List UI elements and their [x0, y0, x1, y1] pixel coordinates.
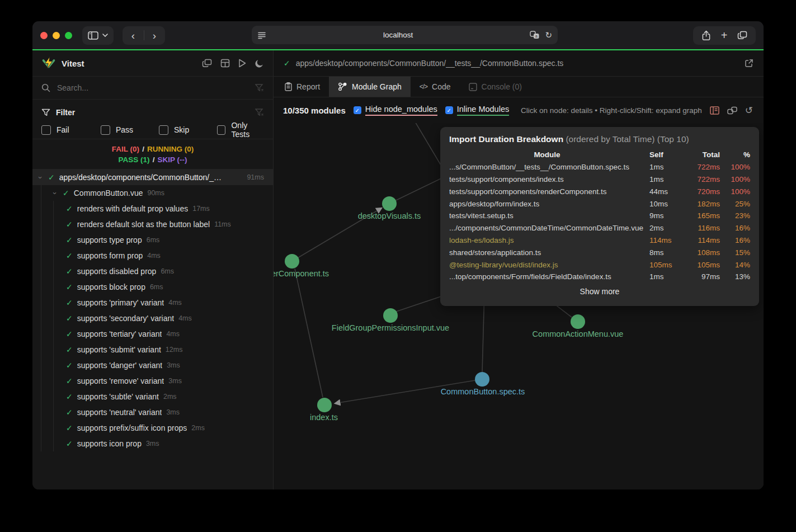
- share-icon[interactable]: [701, 30, 711, 41]
- module-name: ...s/CommonButton/__tests__/CommonButton…: [449, 163, 645, 171]
- tab-code[interactable]: </> Code: [411, 77, 460, 97]
- pass-check-icon: ✓: [66, 267, 73, 276]
- tab-label: Module Graph: [352, 82, 402, 91]
- self-time: 1ms: [649, 163, 680, 171]
- show-more-button[interactable]: Show more: [449, 287, 750, 296]
- address-bar[interactable]: localhost a ↻: [252, 26, 558, 44]
- chevron-down-icon[interactable]: ›: [36, 174, 45, 181]
- import-duration-row[interactable]: lodash-es/lodash.js 114ms 114ms 16%: [449, 234, 750, 247]
- clear-search-filter-icon[interactable]: [255, 84, 264, 92]
- import-duration-row[interactable]: tests/support/components/index.ts 1ms 72…: [449, 173, 750, 186]
- test-case-row[interactable]: ✓ supports form prop 4ms: [32, 248, 273, 263]
- test-case-row[interactable]: ✓ supports block prop 6ms: [32, 279, 273, 295]
- dashboard-icon[interactable]: [220, 59, 230, 68]
- test-case-row[interactable]: ✓ renders with default prop values 17ms: [32, 201, 273, 216]
- chevron-down-icon[interactable]: ›: [51, 190, 59, 196]
- test-case-name: renders with default prop values: [77, 204, 188, 213]
- graph-node[interactable]: [383, 308, 398, 323]
- test-case-row[interactable]: ✓ supports prefix/suffix icon props 2ms: [32, 420, 273, 436]
- test-case-name: supports prefix/suffix icon props: [77, 423, 187, 432]
- filter-label: Filter: [56, 108, 75, 117]
- search-input[interactable]: [56, 83, 249, 93]
- checkbox-unchecked[interactable]: [159, 125, 168, 135]
- test-case-row[interactable]: ✓ supports type prop 6ms: [32, 232, 273, 248]
- module-graph-canvas[interactable]: desktopVisuals.tsrenderComponent.tsField…: [274, 123, 764, 489]
- pass-check-icon: ✓: [66, 329, 73, 338]
- test-suite-row[interactable]: › ✓ CommonButton.vue 90ms: [32, 185, 273, 201]
- test-case-row[interactable]: ✓ supports 'remove' variant 3ms: [32, 373, 273, 389]
- graph-node[interactable]: [571, 314, 585, 329]
- minimize-window-button[interactable]: [53, 32, 60, 39]
- tab-console[interactable]: Console (0): [460, 77, 531, 97]
- import-duration-row[interactable]: tests/vitest.setup.ts 9ms 165ms 23%: [449, 210, 750, 222]
- filter-checkbox[interactable]: Pass: [101, 125, 159, 135]
- pass-check-icon: ✓: [66, 361, 73, 370]
- checkbox-checked[interactable]: ✓: [354, 106, 361, 114]
- test-file-row[interactable]: › ✓ apps/desktop/components/CommonButton…: [32, 170, 273, 185]
- dark-mode-moon-icon[interactable]: [255, 59, 264, 68]
- pass-check-icon: ✓: [66, 220, 73, 229]
- filter-checkbox[interactable]: Fail: [41, 125, 101, 135]
- total-time: 97ms: [684, 272, 720, 281]
- checkbox-unchecked[interactable]: [41, 125, 51, 135]
- graph-node[interactable]: [317, 398, 332, 412]
- run-all-icon[interactable]: [238, 59, 246, 68]
- tab-label: Report: [296, 82, 320, 91]
- tab-label: Code: [432, 82, 450, 91]
- test-case-row[interactable]: ✓ supports 'primary' variant 4ms: [32, 295, 273, 310]
- traffic-lights: [40, 32, 72, 39]
- clear-filter-icon[interactable]: [255, 109, 264, 116]
- new-tab-button[interactable]: +: [721, 30, 728, 41]
- pass-check-icon: ✓: [66, 423, 73, 432]
- link-modules-icon[interactable]: [727, 106, 737, 115]
- test-case-row[interactable]: ✓ supports 'danger' variant 3ms: [32, 357, 273, 373]
- test-case-name: renders default slot as the button label: [77, 220, 210, 229]
- collapse-all-icon[interactable]: [202, 59, 212, 68]
- tab-report[interactable]: Report: [276, 77, 329, 97]
- filter-checkbox[interactable]: Only Tests: [217, 121, 264, 139]
- percent: 16%: [724, 224, 750, 232]
- close-window-button[interactable]: [40, 32, 48, 39]
- test-case-row[interactable]: ✓ supports 'subtle' variant 2ms: [32, 389, 273, 404]
- test-case-row[interactable]: ✓ renders default slot as the button lab…: [32, 216, 273, 232]
- filter-checkbox[interactable]: Skip: [159, 125, 217, 135]
- import-duration-row[interactable]: shared/stores/application.ts 8ms 108ms 1…: [449, 246, 750, 258]
- test-case-row[interactable]: ✓ supports 'tertiary' variant 4ms: [32, 326, 273, 342]
- graph-node[interactable]: [382, 196, 397, 211]
- checkbox-unchecked[interactable]: [101, 125, 110, 135]
- hide-node-modules-toggle[interactable]: ✓ Hide node_modules: [354, 105, 437, 116]
- graph-node[interactable]: [285, 254, 299, 269]
- reset-graph-icon[interactable]: ↺: [745, 105, 753, 116]
- reload-icon[interactable]: ↻: [545, 31, 552, 39]
- import-duration-row[interactable]: .../components/CommonDateTime/CommonDate…: [449, 222, 750, 234]
- legend-book-icon[interactable]: [710, 106, 719, 115]
- import-duration-row[interactable]: @testing-library/vue/dist/index.js 105ms…: [449, 258, 750, 271]
- test-case-row[interactable]: ✓ supports icon prop 3ms: [32, 436, 273, 451]
- import-duration-row[interactable]: tests/support/components/renderComponent…: [449, 185, 750, 197]
- tab-label: Console (0): [482, 82, 522, 91]
- reader-icon[interactable]: [257, 31, 266, 39]
- graph-node[interactable]: [475, 372, 489, 387]
- test-case-row[interactable]: ✓ supports 'submit' variant 12ms: [32, 342, 273, 357]
- tabs-overview-icon[interactable]: [737, 31, 747, 40]
- open-external-icon[interactable]: [745, 59, 753, 68]
- module-name: tests/vitest.setup.ts: [449, 211, 645, 220]
- inline-modules-toggle[interactable]: ✓ Inline Modules: [445, 105, 510, 116]
- test-case-row[interactable]: ✓ supports 'neutral' variant 3ms: [32, 404, 273, 420]
- browser-titlebar: ‹ › localhost a ↻: [32, 21, 764, 49]
- checkbox-checked[interactable]: ✓: [445, 106, 453, 114]
- translate-icon[interactable]: a: [530, 31, 540, 39]
- import-duration-row[interactable]: ...s/CommonButton/__tests__/CommonButton…: [449, 161, 750, 173]
- test-case-row[interactable]: ✓ supports 'secondary' variant 4ms: [32, 310, 273, 326]
- import-duration-row[interactable]: apps/desktop/form/index.ts 10ms 182ms 25…: [449, 197, 750, 210]
- zoom-window-button[interactable]: [65, 32, 72, 39]
- checkbox-unchecked[interactable]: [217, 125, 225, 135]
- tab-module-graph[interactable]: Module Graph: [329, 77, 411, 97]
- inline-modules-label: Inline Modules: [457, 105, 510, 116]
- pass-check-icon: ✓: [66, 392, 73, 401]
- forward-button[interactable]: ›: [144, 26, 165, 45]
- back-button[interactable]: ‹: [123, 26, 144, 45]
- import-duration-row[interactable]: ...top/components/Form/fields/FieldDate/…: [449, 271, 750, 283]
- test-case-row[interactable]: ✓ supports disabled prop 6ms: [32, 263, 273, 279]
- sidebar-toggle-button[interactable]: [82, 26, 114, 45]
